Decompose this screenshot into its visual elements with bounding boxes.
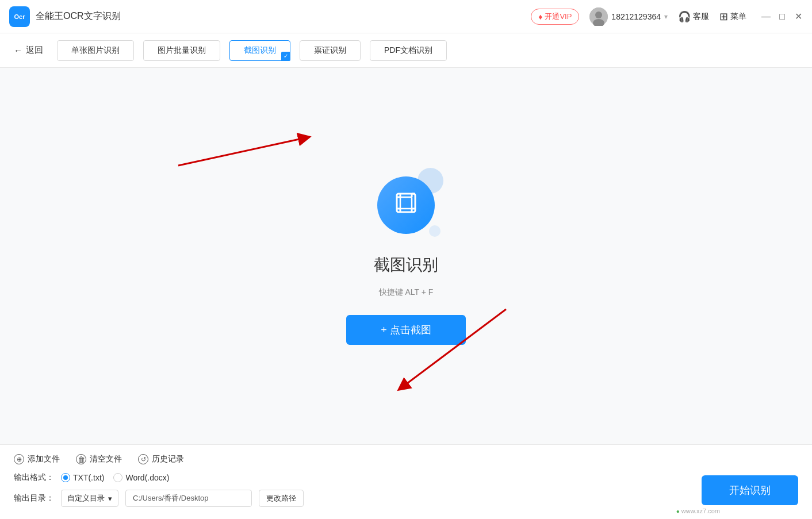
- icon-background: [369, 168, 443, 243]
- user-info: 18212129364 ▾: [589, 7, 668, 26]
- svg-rect-8: [400, 197, 412, 209]
- dir-path-display: C:/Users/香香/Desktop: [125, 490, 252, 507]
- add-file-label: 添加文件: [28, 454, 60, 464]
- history-label: 历史记录: [152, 454, 184, 464]
- tab-ticket[interactable]: 票证识别: [300, 40, 361, 61]
- capture-button-label: + 点击截图: [381, 323, 431, 337]
- change-path-button[interactable]: 更改路径: [259, 490, 304, 507]
- txt-radio-dot: [61, 473, 70, 482]
- bottom-actions: ⊕ 添加文件 🗑 清空文件 ↺ 历史记录: [14, 454, 798, 464]
- tab-batch-image[interactable]: 图片批量识别: [143, 40, 220, 61]
- phone-arrow-icon: ▾: [664, 13, 668, 21]
- main-feature-title: 截图识别: [374, 254, 438, 276]
- clear-file-label: 清空文件: [90, 454, 122, 464]
- customer-service-label: 客服: [693, 11, 709, 22]
- watermark: ● www.xz7.com: [676, 508, 720, 514]
- menu-button[interactable]: ⊞ 菜单: [719, 10, 746, 23]
- app-title: 全能王OCR文字识别: [36, 10, 121, 22]
- back-label: 返回: [26, 45, 43, 56]
- dir-select-dropdown[interactable]: 自定义目录 ▾: [61, 490, 118, 507]
- main-content: 截图识别 快捷键 ALT + F + 点击截图: [0, 68, 812, 444]
- title-bar: Ocr 全能王OCR文字识别 ♦ 开通VIP 18212129364 ▾ 🎧 客…: [0, 0, 812, 33]
- active-check-icon: ✓: [281, 52, 290, 61]
- output-label: 输出目录：: [14, 493, 54, 503]
- customer-service-button[interactable]: 🎧 客服: [678, 10, 709, 23]
- shortcut-label: 快捷键 ALT + F: [379, 287, 434, 298]
- word-label: Word(.docx): [125, 473, 169, 482]
- history-button[interactable]: ↺ 历史记录: [138, 454, 184, 464]
- crop-screenshot-icon: [392, 189, 420, 221]
- tab-single-image[interactable]: 单张图片识别: [57, 40, 134, 61]
- menu-label: 菜单: [730, 11, 746, 22]
- output-row: 输出目录： 自定义目录 ▾ C:/Users/香香/Desktop 更改路径: [14, 490, 798, 507]
- svg-point-1: [595, 11, 602, 18]
- format-label: 输出格式：: [14, 472, 54, 483]
- back-button[interactable]: ← 返回: [14, 45, 43, 56]
- svg-line-5: [178, 138, 305, 166]
- capture-button[interactable]: + 点击截图: [346, 315, 466, 345]
- window-controls: — □ ✕: [761, 12, 803, 21]
- format-txt-option[interactable]: TXT(.txt): [61, 473, 104, 482]
- bottom-bar: ⊕ 添加文件 🗑 清空文件 ↺ 历史记录 输出格式： TXT(.txt) Wor…: [0, 444, 812, 519]
- user-phone: 18212129364: [611, 12, 661, 21]
- add-file-button[interactable]: ⊕ 添加文件: [14, 454, 60, 464]
- tab-pdf[interactable]: PDF文档识别: [370, 40, 447, 61]
- tab-screenshot[interactable]: 截图识别 ✓: [229, 40, 290, 61]
- maximize-button[interactable]: □: [777, 12, 787, 21]
- app-logo: Ocr: [9, 6, 30, 27]
- add-file-icon: ⊕: [14, 454, 24, 464]
- history-icon: ↺: [138, 454, 148, 464]
- back-arrow-icon: ←: [14, 45, 22, 55]
- avatar: [589, 7, 608, 26]
- main-icon-circle: [377, 176, 435, 234]
- vip-label: 开通VIP: [545, 11, 572, 22]
- dir-option-label: 自定义目录: [67, 493, 105, 503]
- grid-icon: ⊞: [719, 10, 728, 23]
- format-radio-group: TXT(.txt) Word(.docx): [61, 473, 169, 482]
- nav-bar: ← 返回 单张图片识别 图片批量识别 截图识别 ✓ 票证识别 PDF文档识别: [0, 33, 812, 68]
- title-bar-left: Ocr 全能王OCR文字识别: [9, 6, 531, 27]
- txt-label: TXT(.txt): [73, 473, 104, 482]
- format-word-option[interactable]: Word(.docx): [113, 473, 169, 482]
- format-row: 输出格式： TXT(.txt) Word(.docx): [14, 472, 798, 483]
- minimize-button[interactable]: —: [761, 12, 771, 21]
- change-path-label: 更改路径: [266, 494, 296, 502]
- center-area: 截图识别 快捷键 ALT + F + 点击截图: [346, 168, 466, 345]
- clear-file-button[interactable]: 🗑 清空文件: [76, 454, 122, 464]
- title-bar-right: ♦ 开通VIP 18212129364 ▾ 🎧 客服 ⊞ 菜单 — □: [531, 7, 803, 26]
- decoration-circle-small: [429, 225, 441, 237]
- start-recognition-button[interactable]: 开始识别: [702, 475, 798, 505]
- diamond-icon: ♦: [538, 12, 542, 21]
- close-button[interactable]: ✕: [794, 12, 803, 21]
- headset-icon: 🎧: [678, 10, 691, 23]
- word-radio-dot: [113, 473, 122, 482]
- start-btn-label: 开始识别: [729, 485, 771, 496]
- vip-button[interactable]: ♦ 开通VIP: [531, 9, 579, 25]
- dropdown-arrow-icon: ▾: [108, 494, 112, 503]
- clear-file-icon: 🗑: [76, 454, 86, 464]
